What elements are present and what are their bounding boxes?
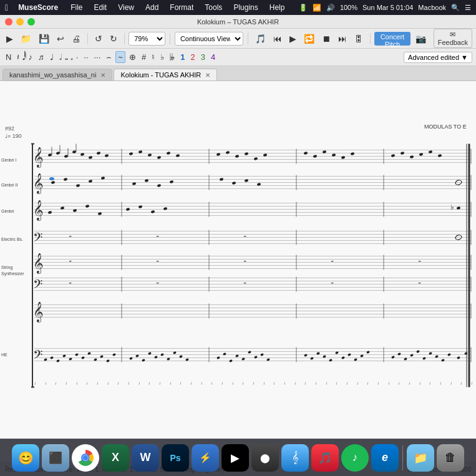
save-button[interactable]: 💾 <box>36 32 52 45</box>
undo-button[interactable]: ↺ <box>92 32 105 45</box>
app-window: Kolokium – TUGAS AKHIR ▶ 📁 💾 ↩ 🖨 ↺ ↻ 79%… <box>0 15 476 476</box>
apple-menu-icon[interactable]:  <box>5 2 8 12</box>
note-input-button[interactable]: N <box>4 52 13 62</box>
control-center-icon[interactable]: ☰ <box>465 4 471 12</box>
menu-help[interactable]: Help <box>267 3 288 12</box>
double-flat-button[interactable]: 𝄫 <box>168 52 177 63</box>
close-button[interactable] <box>5 18 12 26</box>
tabs-bar: kanashimi_wo_yasashisa_ni ✕ Kolokium - T… <box>0 66 476 81</box>
note1[interactable]: 𝅗 <box>69 52 72 63</box>
dock-spotify[interactable]: ♪ <box>341 444 369 472</box>
note64[interactable]: 𝅘𝅥𝅲 <box>21 52 24 63</box>
note16[interactable]: ♬ <box>36 52 46 62</box>
app-name[interactable]: MuseScore <box>16 3 61 12</box>
advanced-edit-button[interactable]: Advanced edited ▼ <box>404 52 472 63</box>
svg-rect-0 <box>0 119 476 425</box>
rest-button[interactable]: 𝄽 <box>15 52 19 63</box>
svg-text:𝄞: 𝄞 <box>33 173 44 195</box>
note2[interactable]: 𝅝 <box>63 52 67 63</box>
natural-button[interactable]: ♮ <box>150 52 157 62</box>
svg-text:♭: ♭ <box>450 203 454 211</box>
voice3-button[interactable]: 3 <box>199 52 207 62</box>
svg-text:𝄞: 𝄞 <box>33 301 44 323</box>
play-button[interactable]: ▶ <box>287 32 299 45</box>
menu-file[interactable]: File <box>68 3 85 12</box>
tab-kolokium[interactable]: Kolokium - TUGAS AKHIR ✕ <box>114 69 217 80</box>
voice4-button[interactable]: 4 <box>209 52 217 62</box>
score-area[interactable]: #92 ♩= 190 MODULAS TO E Gimbri I Gimbri … <box>0 81 476 462</box>
menu-add[interactable]: Add <box>143 3 161 12</box>
zoom-select[interactable]: 79% 100% 50% <box>129 32 165 46</box>
menu-view[interactable]: View <box>115 3 137 12</box>
new-button[interactable]: ▶ <box>4 32 16 45</box>
dock-chrome[interactable] <box>72 444 99 472</box>
loop-button[interactable]: 🔁 <box>301 32 317 45</box>
note32[interactable]: ♪ <box>26 52 34 62</box>
open-button[interactable]: 📁 <box>18 32 34 45</box>
tie-button[interactable]: ⌢ <box>104 52 114 63</box>
dock-word[interactable]: W <box>132 444 159 472</box>
stop-button[interactable]: ⏹ <box>319 32 333 45</box>
skip-button[interactable]: ⏭ <box>336 32 349 45</box>
slur-button[interactable]: ~ <box>115 51 125 63</box>
svg-text:Electric Bs.: Electric Bs. <box>1 237 23 241</box>
dot3-note[interactable]: ··· <box>92 52 103 62</box>
menu-edit[interactable]: Edit <box>92 3 110 12</box>
menubar-right: 🔋 📶 🔊 100% Sun Mar 5 01:04 Macbook 🔍 ☰ <box>299 4 471 12</box>
dock-musescore[interactable]: 𝄞 <box>281 444 309 472</box>
dock-app1[interactable]: ⚡ <box>192 444 219 472</box>
note8[interactable]: ♩ <box>48 52 56 62</box>
tab-close-kanashimi[interactable]: ✕ <box>100 72 105 79</box>
tab-kanashimi[interactable]: kanashimi_wo_yasashisa_ni ✕ <box>2 69 112 80</box>
dock-edge[interactable]: e <box>371 444 399 472</box>
dock-live[interactable]: ▶ <box>221 444 249 472</box>
dock-trash[interactable]: 🗑 <box>437 444 464 472</box>
tab-close-kolokium[interactable]: ✕ <box>205 72 210 79</box>
dock-finder[interactable]: 😊 <box>12 444 39 472</box>
menu-tools[interactable]: Tools <box>202 3 225 12</box>
redo-button[interactable]: ↻ <box>107 32 120 45</box>
datetime: Sun Mar 5 01:04 <box>362 4 413 11</box>
voice2-button[interactable]: 2 <box>188 52 197 62</box>
menubar:  MuseScore File Edit View Add Format To… <box>0 0 476 15</box>
mixer-button[interactable]: 🎛 <box>352 32 366 45</box>
svg-text:𝄞: 𝄞 <box>33 147 44 168</box>
flip-button[interactable]: ⊕ <box>127 52 138 62</box>
dot-note[interactable]: · <box>74 52 80 62</box>
flat-button[interactable]: ♭ <box>158 52 166 62</box>
dot2-note[interactable]: ·· <box>82 52 90 62</box>
dock-separator <box>402 445 403 470</box>
dock-folder[interactable]: 📁 <box>407 444 434 472</box>
tab-label-kanashimi: kanashimi_wo_yasashisa_ni <box>9 71 96 79</box>
voice1-button[interactable]: 1 <box>178 52 187 62</box>
maximize-button[interactable] <box>27 18 35 26</box>
machine-name: Macbook <box>418 4 446 11</box>
svg-text:HE: HE <box>1 352 7 357</box>
menu-format[interactable]: Format <box>167 3 196 12</box>
minimize-button[interactable] <box>16 18 24 26</box>
undo-revert-button[interactable]: ↩ <box>54 32 67 45</box>
svg-point-238 <box>83 455 88 460</box>
dock-photoshop[interactable]: Ps <box>162 444 189 472</box>
svg-text:Synthesizer: Synthesizer <box>1 271 24 276</box>
menu-plugins[interactable]: Plugins <box>231 3 260 12</box>
search-icon[interactable]: 🔍 <box>451 4 460 12</box>
dock-obs[interactable]: ⬤ <box>251 444 279 472</box>
camera-button[interactable]: 📷 <box>413 32 429 45</box>
sharp-button[interactable]: # <box>140 52 148 62</box>
view-mode-select[interactable]: Continuous View Page View Single Page <box>175 32 243 46</box>
dock-itunes[interactable]: 🎵 <box>311 444 339 472</box>
separator1 <box>87 33 88 44</box>
note4[interactable]: 𝅗𝅥 <box>57 52 61 63</box>
dock-launchpad[interactable]: ⬛ <box>42 444 69 472</box>
desktop:  MuseScore File Edit View Add Format To… <box>0 0 476 476</box>
print-button[interactable]: 🖨 <box>69 32 83 45</box>
metronome-button[interactable]: 🎵 <box>253 32 268 45</box>
rewind-button[interactable]: ⏮ <box>271 32 284 45</box>
battery-icon: 🔋 <box>299 4 308 12</box>
svg-text:String: String <box>1 265 12 270</box>
feedback-button[interactable]: ✉ Feedback <box>434 29 472 48</box>
concert-pitch-button[interactable]: Concert Pitch <box>374 32 410 46</box>
dock-excel[interactable]: X <box>102 444 129 472</box>
svg-text:Gimbri II: Gimbri II <box>1 183 18 187</box>
